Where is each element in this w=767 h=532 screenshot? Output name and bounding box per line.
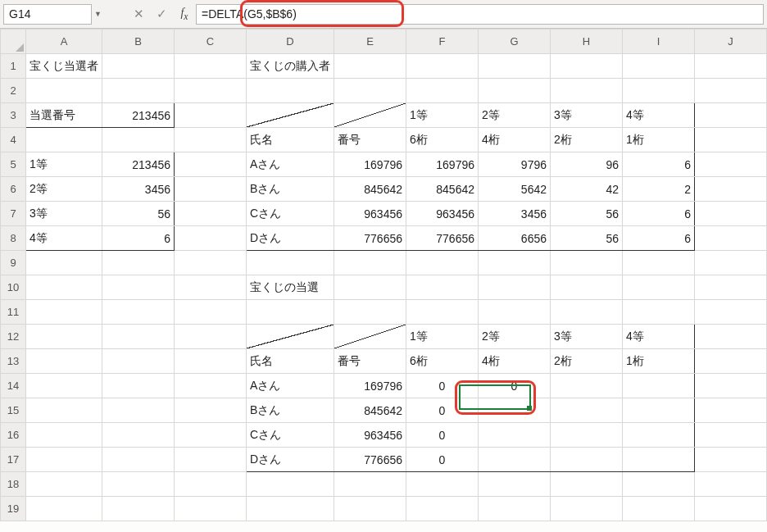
cell-D2[interactable] [247,79,334,103]
cell-D14[interactable]: Aさん [247,374,334,398]
cell-D17[interactable]: Dさん [247,448,334,472]
cell-C14[interactable] [175,374,247,398]
cell-C13[interactable] [175,349,247,374]
cell-H6[interactable]: 42 [551,177,623,202]
cell-H12[interactable]: 3等 [551,325,623,349]
cell-G13[interactable]: 4桁 [479,349,551,374]
row-header-6[interactable]: 6 [1,177,26,202]
cell-B13[interactable] [102,349,175,374]
row-header-7[interactable]: 7 [1,202,26,226]
col-header-C[interactable]: C [175,30,247,54]
cell-B16[interactable] [102,423,175,448]
cell-E14[interactable]: 169796 [334,374,406,398]
cell-H5[interactable]: 96 [551,152,623,177]
cell-H10[interactable] [551,275,623,300]
cell-D15[interactable]: Bさん [247,398,334,423]
cell-B4[interactable] [102,128,175,152]
col-header-J[interactable]: J [695,30,767,54]
cell-G17[interactable] [479,448,551,472]
cell-F14[interactable]: 0 [406,374,479,398]
cell-C17[interactable] [175,448,247,472]
cell-A19[interactable] [26,497,102,521]
col-header-F[interactable]: F [406,30,479,54]
cell-H14[interactable] [551,374,623,398]
cell-C12[interactable] [175,325,247,349]
cell-B14[interactable] [102,374,175,398]
cell-F5[interactable]: 169796 [406,152,479,177]
cell-J1[interactable] [695,54,767,79]
cell-G2[interactable] [479,79,551,103]
cell-D18[interactable] [247,472,334,497]
cell-E4[interactable]: 番号 [334,128,406,152]
cell-J4[interactable] [695,128,767,152]
cell-B9[interactable] [102,251,175,275]
cell-D8[interactable]: Dさん [247,226,334,251]
cell-G9[interactable] [479,251,551,275]
cell-E16[interactable]: 963456 [334,423,406,448]
cell-G1[interactable] [479,54,551,79]
cell-H16[interactable] [551,423,623,448]
cell-J18[interactable] [695,472,767,497]
cell-F13[interactable]: 6桁 [406,349,479,374]
row-header-8[interactable]: 8 [1,226,26,251]
cell-H3[interactable]: 3等 [551,103,623,128]
row-header-16[interactable]: 16 [1,423,26,448]
row-header-5[interactable]: 5 [1,152,26,177]
cell-H9[interactable] [551,251,623,275]
cell-J7[interactable] [695,202,767,226]
row-header-14[interactable]: 14 [1,374,26,398]
cell-I17[interactable] [623,448,695,472]
cell-I15[interactable] [623,398,695,423]
cell-A1[interactable]: 宝くじ当選者 [26,54,102,79]
cell-H17[interactable] [551,448,623,472]
cell-A14[interactable] [26,374,102,398]
cell-D5[interactable]: Aさん [247,152,334,177]
row-header-4[interactable]: 4 [1,128,26,152]
cell-H18[interactable] [551,472,623,497]
cell-H1[interactable] [551,54,623,79]
cell-A4[interactable] [26,128,102,152]
col-header-H[interactable]: H [551,30,623,54]
cell-A13[interactable] [26,349,102,374]
cell-A3[interactable]: 当選番号 [26,103,102,128]
col-header-I[interactable]: I [623,30,695,54]
cell-F11[interactable] [406,300,479,325]
cell-J5[interactable] [695,152,767,177]
row-header-11[interactable]: 11 [1,300,26,325]
cell-J9[interactable] [695,251,767,275]
cell-A18[interactable] [26,472,102,497]
cell-I6[interactable]: 2 [623,177,695,202]
cell-A17[interactable] [26,448,102,472]
cell-B7[interactable]: 56 [102,202,175,226]
row-header-12[interactable]: 12 [1,325,26,349]
cell-G8[interactable]: 6656 [479,226,551,251]
cell-I14[interactable] [623,374,695,398]
row-header-17[interactable]: 17 [1,448,26,472]
cell-E10[interactable] [334,275,406,300]
cell-H15[interactable] [551,398,623,423]
cell-G18[interactable] [479,472,551,497]
cell-E5[interactable]: 169796 [334,152,406,177]
cell-I16[interactable] [623,423,695,448]
cell-C11[interactable] [175,300,247,325]
cell-E11[interactable] [334,300,406,325]
cell-F17[interactable]: 0 [406,448,479,472]
cell-J12[interactable] [695,325,767,349]
col-header-E[interactable]: E [334,30,406,54]
cell-J19[interactable] [695,497,767,521]
cell-A9[interactable] [26,251,102,275]
cell-G16[interactable] [479,423,551,448]
cell-H13[interactable]: 2桁 [551,349,623,374]
cell-C4[interactable] [175,128,247,152]
cell-A12[interactable] [26,325,102,349]
cell-B19[interactable] [102,497,175,521]
cell-I8[interactable]: 6 [623,226,695,251]
cell-G3[interactable]: 2等 [479,103,551,128]
cell-E1[interactable] [334,54,406,79]
cell-C8[interactable] [175,226,247,251]
cell-G12[interactable]: 2等 [479,325,551,349]
cell-J15[interactable] [695,398,767,423]
cell-G7[interactable]: 3456 [479,202,551,226]
cell-B11[interactable] [102,300,175,325]
cell-B10[interactable] [102,275,175,300]
